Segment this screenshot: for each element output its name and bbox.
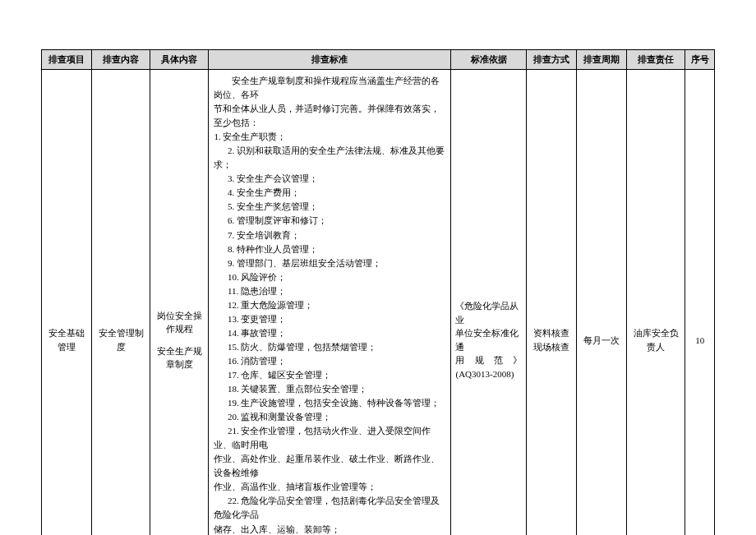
method-line: 现场核查 — [530, 340, 573, 354]
header-cycle: 排查周期 — [577, 50, 627, 70]
cell-cycle: 每月一次 — [577, 70, 627, 536]
standard-item: 12. 重大危险源管理； — [214, 298, 445, 312]
standard-item: 20. 监视和测量设备管理； — [214, 410, 445, 424]
basis-line: 用 规 范 》 — [455, 353, 522, 367]
cell-content: 安全管理制度 — [92, 70, 150, 536]
method-line: 资料核查 — [530, 326, 573, 340]
header-seq: 序号 — [685, 50, 715, 70]
standard-item: 22. 危险化学品安全管理，包括剧毒化学品安全管理及危险化学品 — [214, 494, 445, 522]
standard-item: 4. 安全生产费用； — [214, 186, 445, 200]
header-standard: 排查标准 — [209, 50, 451, 70]
standard-item: 19. 生产设施管理，包括安全设施、特种设备等管理； — [214, 396, 445, 410]
cell-seq: 10 — [685, 70, 715, 536]
inspection-table: 排查项目 排查内容 具体内容 排查标准 标准依据 排查方式 排查周期 排查责任 … — [41, 49, 715, 535]
standard-item: 1. 安全生产职责； — [214, 130, 445, 144]
standard-item: 21. 安全作业管理，包括动火作业、进入受限空间作业、临时用电 — [214, 424, 445, 452]
detail-line1: 岗位安全操作规程 — [154, 309, 205, 336]
standard-intro-2: 节和全体从业人员，并适时修订完善。并保障有效落实，至少包括： — [214, 102, 445, 130]
standard-item: 2. 识别和获取适用的安全生产法律法规、标准及其他要求； — [214, 144, 445, 172]
standard-item: 5. 安全生产奖惩管理； — [214, 200, 445, 214]
standard-item: 10. 风险评价； — [214, 270, 445, 284]
basis-line: 《危险化学品从业 — [455, 299, 522, 326]
detail-line2: 安全生产规章制度 — [154, 344, 205, 371]
cell-responsibility: 油库安全负 责人 — [627, 70, 685, 536]
standard-item: 17. 仓库、罐区安全管理； — [214, 368, 445, 382]
header-basis: 标准依据 — [451, 50, 527, 70]
basis-line: (AQ3013-2008) — [455, 367, 522, 381]
resp-line: 油库安全负 — [630, 326, 681, 340]
standard-item: 14. 事故管理； — [214, 326, 445, 340]
header-content: 排查内容 — [92, 50, 150, 70]
standard-item: 3. 安全生产会议管理； — [214, 172, 445, 186]
cell-item: 安全基础管理 — [42, 70, 92, 536]
cell-basis: 《危险化学品从业 单位安全标准化通 用 规 范 》 (AQ3013-2008) — [451, 70, 527, 536]
standard-item: 作业、高温作业、抽堵盲板作业管理等； — [214, 480, 445, 494]
standard-item: 作业、高处作业、起重吊装作业、破土作业、断路作业、设备检维修 — [214, 452, 445, 480]
cell-standard: 安全生产规章制度和操作规程应当涵盖生产经营的各岗位、各环 节和全体从业人员，并适… — [209, 70, 451, 536]
standard-item: 11. 隐患治理； — [214, 284, 445, 298]
standard-item: 8. 特种作业人员管理； — [214, 242, 445, 256]
resp-line: 责人 — [630, 340, 681, 354]
header-responsibility: 排查责任 — [627, 50, 685, 70]
standard-item: 15. 防火、防爆管理，包括禁烟管理； — [214, 340, 445, 354]
basis-line: 单位安全标准化通 — [455, 326, 522, 353]
header-method: 排查方式 — [527, 50, 577, 70]
header-detail: 具体内容 — [150, 50, 209, 70]
standard-item: 7. 安全培训教育； — [214, 228, 445, 242]
cell-method: 资料核查 现场核查 — [527, 70, 577, 536]
standard-item: 18. 关键装置、重点部位安全管理； — [214, 382, 445, 396]
standard-item: 13. 变更管理； — [214, 312, 445, 326]
header-item: 排查项目 — [42, 50, 92, 70]
cell-detail: 岗位安全操作规程 安全生产规章制度 — [150, 70, 209, 536]
standard-item: 9. 管理部门、基层班组安全活动管理； — [214, 256, 445, 270]
standard-item: 6. 管理制度评审和修订； — [214, 214, 445, 228]
standard-item: 储存、出入库、运输、装卸等； — [214, 523, 445, 536]
standard-item: 16. 消防管理； — [214, 354, 445, 368]
table-row: 安全基础管理 安全管理制度 岗位安全操作规程 安全生产规章制度 安全生产规章制度… — [42, 70, 715, 536]
standard-intro-1: 安全生产规章制度和操作规程应当涵盖生产经营的各岗位、各环 — [214, 74, 445, 102]
table-header-row: 排查项目 排查内容 具体内容 排查标准 标准依据 排查方式 排查周期 排查责任 … — [42, 50, 715, 70]
